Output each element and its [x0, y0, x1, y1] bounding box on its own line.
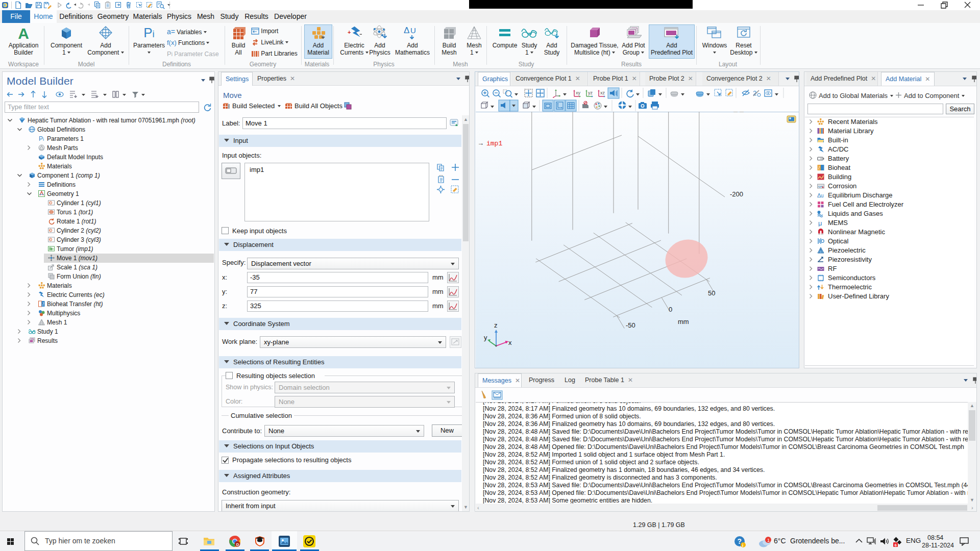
svg-text:50: 50	[708, 289, 715, 297]
svg-text:+: +	[348, 29, 351, 35]
svg-text:yz: yz	[588, 90, 593, 95]
svg-text:→: →	[479, 140, 483, 147]
svg-text:1: 1	[767, 538, 770, 543]
svg-text:i: i	[43, 137, 44, 142]
svg-text:0: 0	[669, 306, 672, 313]
svg-text:-200: -200	[730, 190, 743, 198]
svg-text:U: U	[410, 26, 416, 35]
svg-text:y: y	[484, 334, 487, 341]
svg-text:D: D	[236, 542, 239, 547]
svg-text:Δ: Δ	[404, 26, 409, 35]
svg-text:xy: xy	[576, 90, 581, 95]
svg-text:-50: -50	[626, 321, 635, 329]
svg-text:6: 6	[895, 543, 897, 547]
svg-text:P: P	[39, 135, 43, 142]
svg-text:z: z	[494, 321, 498, 329]
svg-text:−: −	[359, 31, 362, 38]
svg-text:x: x	[508, 339, 512, 346]
svg-text:imp1: imp1	[486, 140, 502, 147]
svg-text:u: u	[821, 193, 824, 198]
svg-text:μ: μ	[818, 219, 822, 227]
svg-text:mm: mm	[678, 318, 689, 325]
svg-text:i: i	[742, 543, 743, 548]
svg-text:xz: xz	[600, 90, 605, 95]
